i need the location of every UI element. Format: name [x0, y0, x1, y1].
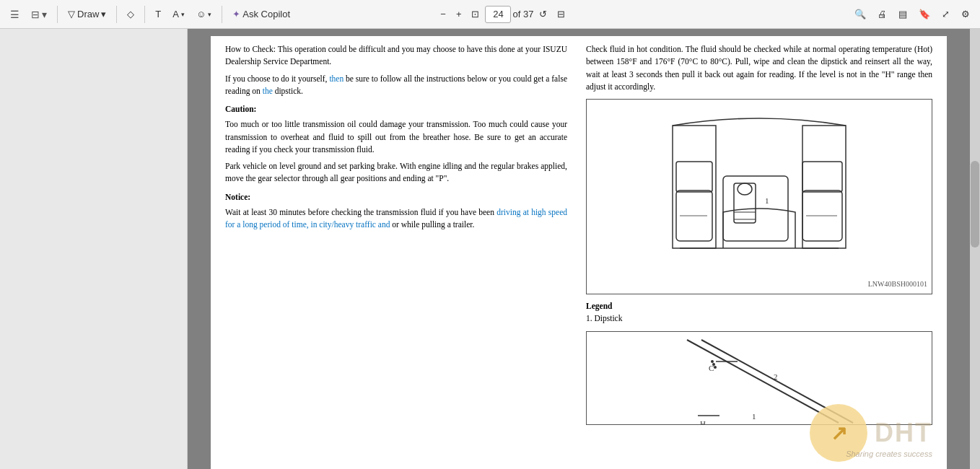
scrollbar-thumb[interactable] [971, 161, 979, 247]
zoom-minus-button[interactable]: − [436, 4, 450, 25]
caution-title: Caution: [225, 103, 567, 115]
divider3 [144, 6, 145, 23]
menu-button[interactable]: ☰ [6, 4, 24, 25]
fit-icon: ⊡ [471, 9, 479, 19]
filter-icon: ▽ [68, 9, 75, 19]
zoom-minus-icon: − [440, 9, 446, 19]
toolbar: ☰ ⊟ ▾ ▽ Draw ▾ ◇ T A ▾ ☺ ▾ ✦ Ask Copilot… [0, 0, 980, 29]
svg-text:2: 2 [774, 372, 778, 381]
font-icon: A [172, 9, 179, 19]
notice-title: Notice: [225, 191, 567, 203]
scrollbar[interactable] [970, 29, 980, 469]
toolbar-right: 🔍 🖨 ▤ 🔖 ⤢ ⚙ [850, 4, 974, 25]
pdf-viewer[interactable]: How to Check: This operation could be di… [188, 29, 970, 469]
svg-text:1: 1 [752, 412, 756, 421]
page-navigation: − + ⊡ of 37 ↺ ⊟ [436, 4, 569, 25]
text-button[interactable]: T [151, 4, 165, 25]
zoom-plus-icon: + [456, 9, 462, 19]
layout-button[interactable]: ▤ [894, 4, 911, 25]
svg-rect-0 [665, 108, 853, 270]
figure-1-box: 1 [586, 99, 932, 294]
svg-text:1: 1 [765, 196, 769, 205]
layout-icon: ▤ [898, 9, 907, 19]
legend-title: Legend [586, 300, 932, 312]
fullscreen-icon: ⤢ [942, 9, 950, 19]
watermark-arrow-icon: ↗ [831, 421, 847, 445]
check-fluid-para: Check fluid in hot condition. The fluid … [586, 43, 932, 93]
font-button[interactable]: A ▾ [168, 4, 189, 25]
page-number-input[interactable] [485, 6, 511, 23]
how-to-check-para: How to Check: This operation could be di… [225, 43, 567, 69]
divider4 [222, 6, 222, 23]
svg-point-21 [712, 363, 715, 366]
chevron-down-icon: ▾ [42, 9, 47, 20]
main-area: How to Check: This operation could be di… [0, 29, 980, 469]
pdf-page: How to Check: This operation could be di… [211, 36, 947, 469]
bookmark3-icon: ⊟ [557, 9, 565, 19]
pdf-left-column: How to Check: This operation could be di… [211, 36, 579, 469]
copilot-label: Ask Copilot [242, 9, 290, 19]
then-highlight: then [329, 74, 344, 83]
watermark-dht-text: DHT [875, 418, 932, 447]
emoji-button[interactable]: ☺ ▾ [192, 4, 216, 25]
emoji-icon: ☺ [196, 9, 206, 19]
draw-label: Draw [77, 9, 99, 19]
font-chevron-icon: ▾ [181, 11, 185, 18]
rotate-button[interactable]: ↺ [535, 4, 551, 25]
filter-button[interactable]: ▽ Draw ▾ [64, 4, 110, 25]
bookmark3-button[interactable]: ⊟ [553, 4, 569, 25]
caution-text: Too much or too little transmission oil … [225, 118, 567, 156]
eraser-button[interactable]: ◇ [123, 4, 139, 25]
if-you-choose-para: If you choose to do it yourself, then be… [225, 73, 567, 98]
copilot-icon: ✦ [232, 9, 240, 19]
watermark: ↗ DHT Sharing creates success [810, 404, 932, 462]
watermark-slogan: Sharing creates success [846, 450, 932, 458]
emoji-chevron-icon: ▾ [208, 11, 211, 18]
sidebar-left [0, 29, 188, 469]
save-button[interactable]: 🔖 [914, 4, 935, 25]
svg-point-20 [711, 360, 714, 363]
print-button[interactable]: 🖨 [873, 4, 891, 25]
the-highlight: the [263, 87, 273, 95]
save-icon: 🔖 [919, 9, 930, 19]
legend-section: Legend 1. Dipstick [586, 300, 932, 325]
bookmark-button[interactable]: ⊟ ▾ [27, 4, 51, 25]
draw-chevron-icon: ▾ [101, 9, 106, 19]
svg-point-22 [714, 366, 717, 369]
fullscreen-button[interactable]: ⤢ [937, 4, 954, 25]
divider1 [57, 6, 58, 23]
divider2 [116, 6, 117, 23]
settings-icon: ⚙ [961, 9, 970, 19]
figure-1-label: LNW40BSH000101 [591, 279, 927, 289]
notice-blue1: driving at high speed for a long period … [225, 208, 567, 229]
text-icon: T [155, 9, 161, 19]
bookmark-icon: ⊟ [31, 9, 40, 20]
svg-text:H: H [700, 419, 706, 425]
eraser-icon: ◇ [127, 9, 134, 19]
figure-1-svg: 1 [658, 104, 860, 277]
fit-page-button[interactable]: ⊡ [467, 4, 484, 25]
search-icon: 🔍 [854, 9, 866, 19]
settings-button[interactable]: ⚙ [957, 4, 974, 25]
park-vehicle-para: Park vehicle on level ground and set par… [225, 160, 567, 185]
rotate-icon: ↺ [539, 9, 547, 19]
legend-item-1: 1. Dipstick [586, 312, 932, 325]
zoom-plus-button[interactable]: + [452, 4, 466, 25]
notice-text: Wait at least 30 minutes before checking… [225, 206, 567, 232]
menu-icon: ☰ [10, 9, 19, 20]
print-icon: 🖨 [878, 9, 887, 19]
copilot-button[interactable]: ✦ Ask Copilot [228, 4, 294, 25]
search-button[interactable]: 🔍 [850, 4, 870, 25]
page-total-label: of 37 [512, 9, 533, 19]
